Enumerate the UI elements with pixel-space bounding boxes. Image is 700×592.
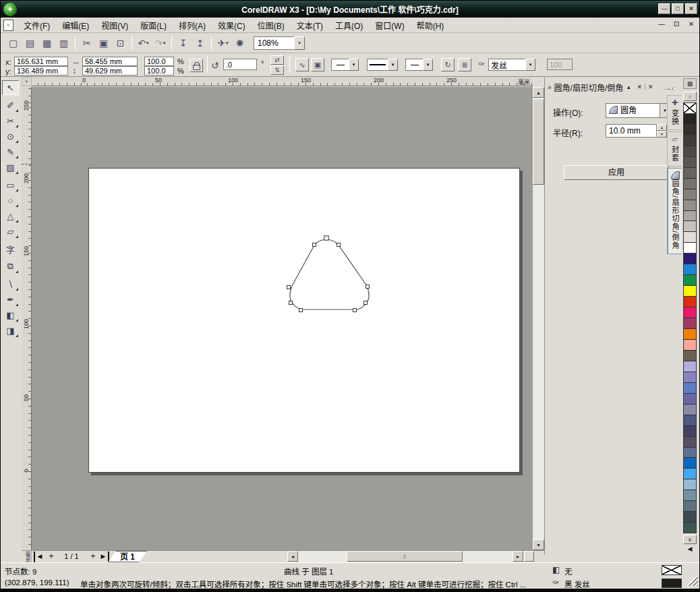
flyout-arrow-icon[interactable] bbox=[16, 125, 18, 127]
close-curve-button[interactable]: ↻ bbox=[441, 58, 455, 71]
flyout-arrow-icon[interactable] bbox=[16, 303, 18, 306]
export-button[interactable]: ↥ bbox=[192, 35, 208, 51]
color-swatch[interactable] bbox=[684, 361, 696, 372]
undo-button[interactable]: ↶▾ bbox=[135, 35, 152, 51]
curve-node[interactable] bbox=[287, 286, 291, 289]
color-swatch[interactable] bbox=[684, 125, 696, 136]
menu-arrange[interactable]: 排列(A) bbox=[173, 18, 212, 33]
docker-tab-fillet[interactable]: 圆角/扇形切角/倒角 bbox=[667, 168, 682, 254]
add-page-before-button[interactable]: + bbox=[46, 552, 57, 562]
docker-pin-icon[interactable]: » bbox=[548, 84, 552, 91]
start-arrowhead-dropdown[interactable]: ▾ bbox=[349, 59, 359, 71]
color-swatch[interactable] bbox=[684, 189, 696, 200]
vertical-ruler[interactable]: 250200150100500 bbox=[22, 87, 32, 550]
flyout-arrow-icon[interactable] bbox=[16, 220, 18, 223]
color-swatch[interactable] bbox=[684, 318, 696, 329]
flyout-arrow-icon[interactable] bbox=[16, 235, 18, 238]
horizontal-ruler[interactable]: 050100150200250 毫米 bbox=[32, 77, 533, 86]
color-swatch[interactable] bbox=[684, 394, 696, 405]
y-position-field[interactable]: 136.489 mm bbox=[14, 66, 68, 76]
mirror-vertical-button[interactable]: ⇅ bbox=[270, 65, 284, 75]
flyout-arrow-icon[interactable] bbox=[16, 109, 18, 112]
color-swatch[interactable] bbox=[684, 329, 696, 340]
outline-width-combo[interactable]: 发丝 ▾ bbox=[488, 59, 535, 71]
open-button[interactable]: ▤ bbox=[22, 35, 38, 51]
menu-help[interactable]: 帮助(H) bbox=[411, 18, 450, 33]
drawing-canvas[interactable] bbox=[32, 87, 533, 550]
first-page-button[interactable]: ◀ bbox=[34, 552, 45, 562]
zoom-levels-combo[interactable]: 108% ▾ bbox=[254, 36, 305, 50]
crop-tool[interactable]: ✂ bbox=[2, 113, 19, 128]
flyout-arrow-icon[interactable] bbox=[16, 171, 18, 174]
page-tab[interactable]: 页 1 bbox=[108, 551, 147, 562]
basic-shapes-tool[interactable]: ▱ bbox=[2, 224, 19, 239]
doc-close-button[interactable]: ✕ bbox=[686, 20, 697, 30]
add-page-after-button[interactable]: + bbox=[88, 552, 98, 562]
new-document-button[interactable]: ▢ bbox=[5, 35, 22, 51]
color-swatch[interactable] bbox=[684, 243, 696, 254]
color-swatch[interactable] bbox=[684, 523, 696, 533]
flyout-arrow-icon[interactable] bbox=[16, 140, 18, 143]
close-button[interactable]: ✕ bbox=[685, 3, 697, 14]
curve-node[interactable] bbox=[299, 309, 303, 312]
flyout-arrow-icon[interactable] bbox=[16, 319, 18, 322]
polygon-tool[interactable]: △ bbox=[2, 208, 19, 223]
flyout-arrow-icon[interactable] bbox=[16, 334, 18, 337]
palette-expand-button[interactable]: ◀ bbox=[683, 545, 697, 555]
end-arrowhead-combo[interactable]: ▾ bbox=[405, 59, 433, 71]
operation-combo[interactable]: 圆角 ▾ bbox=[606, 103, 670, 118]
print-button[interactable]: ▥ bbox=[55, 35, 72, 51]
flyout-arrow-icon[interactable] bbox=[16, 204, 18, 207]
object-width-field[interactable]: 58.455 mm bbox=[82, 57, 138, 66]
menu-layout[interactable]: 版面(L) bbox=[134, 18, 173, 33]
restore-button[interactable]: □ bbox=[672, 3, 684, 14]
flyout-arrow-icon[interactable] bbox=[16, 288, 18, 291]
color-swatch[interactable] bbox=[684, 200, 696, 211]
smart-fill-tool[interactable]: ▨ bbox=[2, 160, 19, 175]
curve-smooth-button[interactable]: ∿ bbox=[295, 58, 309, 71]
menu-window[interactable]: 窗口(W) bbox=[369, 18, 410, 33]
menu-view[interactable]: 视图(V) bbox=[95, 18, 134, 33]
color-swatch[interactable] bbox=[684, 307, 696, 318]
pick-tool[interactable]: ↖ bbox=[2, 80, 19, 95]
color-swatch[interactable] bbox=[684, 512, 696, 523]
color-swatch-none[interactable] bbox=[684, 103, 696, 114]
color-swatch[interactable] bbox=[684, 405, 696, 415]
color-swatch[interactable] bbox=[684, 221, 696, 232]
color-swatch[interactable] bbox=[684, 383, 696, 394]
radius-spinner[interactable]: ▴ ▾ bbox=[657, 124, 667, 138]
last-page-button[interactable]: ▶ bbox=[98, 552, 109, 562]
outline-style-combo[interactable]: ▾ bbox=[367, 59, 398, 71]
outline-width-value[interactable]: 发丝 bbox=[488, 59, 525, 71]
corel-online-button[interactable]: ✺ bbox=[231, 35, 248, 51]
curve-node[interactable] bbox=[366, 285, 370, 289]
scroll-down-button[interactable]: ▾ bbox=[533, 539, 544, 550]
color-swatch[interactable] bbox=[684, 211, 696, 222]
curve-node[interactable] bbox=[289, 301, 293, 305]
color-swatch[interactable] bbox=[684, 286, 696, 297]
curve-node[interactable] bbox=[353, 309, 357, 312]
title-bar[interactable]: ✦ CorelDRAW X3 - [D:\My Documents\工作 软件\… bbox=[1, 1, 699, 18]
freehand-tool[interactable]: ✎ bbox=[2, 144, 19, 159]
curve-node[interactable] bbox=[364, 301, 368, 305]
overlap-button[interactable]: ▣ bbox=[311, 58, 324, 71]
color-swatch[interactable] bbox=[684, 168, 696, 179]
zoom-tool[interactable]: ⊙ bbox=[2, 129, 19, 144]
docker-tab-transform[interactable]: ✚变换 bbox=[667, 95, 682, 130]
dropdown-arrow-icon[interactable]: ▾ bbox=[163, 40, 166, 46]
scroll-right-button[interactable]: ▸ bbox=[513, 551, 523, 562]
end-arrowhead-dropdown[interactable]: ▾ bbox=[423, 59, 433, 71]
color-swatch[interactable] bbox=[684, 340, 696, 351]
menu-text[interactable]: 文本(T) bbox=[291, 18, 329, 33]
text-tool[interactable]: 字 bbox=[2, 241, 19, 256]
copy-button[interactable]: ▣ bbox=[95, 35, 112, 51]
color-swatch[interactable] bbox=[684, 469, 696, 479]
flyout-arrow-icon[interactable] bbox=[16, 156, 18, 158]
ellipse-tool[interactable]: ○ bbox=[2, 193, 19, 208]
doc-minimize-button[interactable]: — bbox=[656, 20, 667, 30]
color-swatch[interactable] bbox=[684, 351, 696, 361]
flyout-arrow-icon[interactable] bbox=[16, 270, 18, 273]
outline-style-dropdown[interactable]: ▾ bbox=[388, 59, 398, 71]
flyout-arrow-icon[interactable] bbox=[16, 189, 18, 191]
lock-ratio-button[interactable] bbox=[189, 59, 203, 72]
